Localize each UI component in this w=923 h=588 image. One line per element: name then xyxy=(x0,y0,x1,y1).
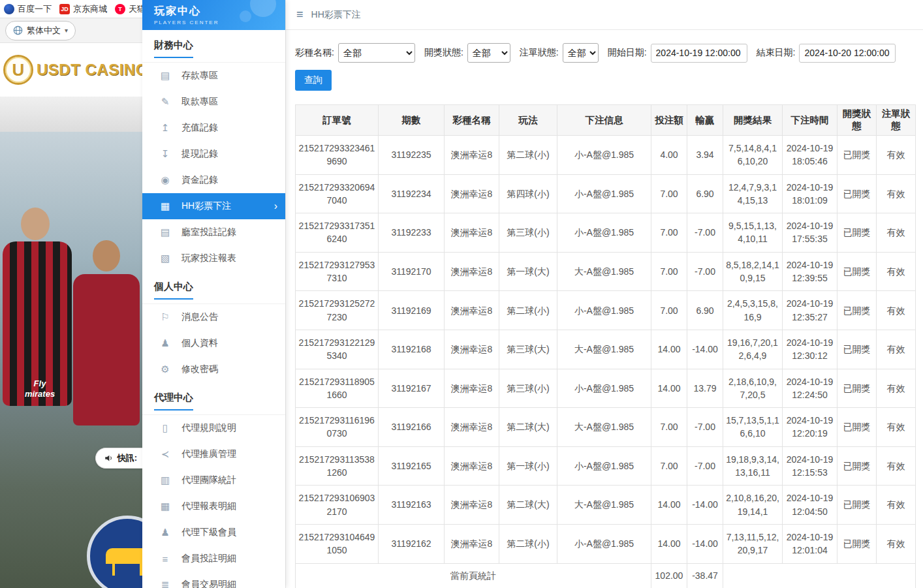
lottery-name-cell: 澳洲幸运8 xyxy=(445,446,499,486)
bookmark-item[interactable]: JD京东商城 xyxy=(59,3,107,15)
sidebar-item-member-trade-detail[interactable]: ≣會員交易明細 xyxy=(142,572,285,588)
sidebar-title: 玩家中心 xyxy=(154,5,285,18)
play-cell: 第二球(小) xyxy=(499,524,557,563)
win-loss-cell: 6.90 xyxy=(687,174,723,213)
summary-row: 當前頁統計102.00-38.47 xyxy=(296,563,916,588)
draw-status-cell: 已開獎 xyxy=(837,291,877,330)
draw-status-cell: 已開獎 xyxy=(837,330,877,369)
bet-time-cell: 2024-10-19 12:15:53 xyxy=(783,446,837,486)
bet-time-cell: 2024-10-19 12:30:12 xyxy=(783,330,837,369)
language-selector[interactable]: 繁体中文 ▾ xyxy=(5,21,76,40)
end-date-input[interactable] xyxy=(799,44,896,63)
table-row: 215217293113538126031192165澳洲幸运8第一球(小)小-… xyxy=(296,446,916,486)
lottery-name-cell: 澳洲幸运8 xyxy=(445,524,499,563)
sidebar-item-label: 會員交易明細 xyxy=(181,579,236,588)
order-no-cell: 2152172933234619690 xyxy=(296,136,379,175)
bookmarks-bar: 百度一下JD京东商城T天猫 xyxy=(0,0,142,18)
ticker-label: 快訊: xyxy=(117,452,137,464)
bet-time-cell: 2024-10-19 12:35:27 xyxy=(783,291,837,330)
sidebar-item-label: 廳室投註記錄 xyxy=(181,226,236,238)
table-row: 215217293116196073031192166澳洲幸运8第二球(大)大-… xyxy=(296,408,916,447)
sidebar-subtitle: PLAYERS CENTER xyxy=(154,20,285,25)
bet-info-cell: 小-A盤@1.985 xyxy=(557,174,651,213)
order-status-cell: 有效 xyxy=(877,330,916,369)
play-cell: 第三球(小) xyxy=(499,213,557,253)
bet-time-cell: 2024-10-19 12:24:50 xyxy=(783,369,837,408)
column-header: 開獎狀態 xyxy=(837,105,877,136)
sidebar-item-label: 提現記錄 xyxy=(181,148,218,160)
sidebar: 玩家中心 PLAYERS CENTER 財務中心▤存款專區✎取款專區↥充值記錄↧… xyxy=(142,0,285,588)
filter-bar: 彩種名稱: 全部 開獎狀態: 全部 注單狀態: 全部 開始日期: 結束日期: xyxy=(286,30,923,63)
sidebar-item-sub-members[interactable]: ♟代理下級會員 xyxy=(142,519,285,546)
sidebar-item-label: 取款專區 xyxy=(181,96,218,108)
sidebar-item-share[interactable]: ≺代理推廣管理 xyxy=(142,441,285,467)
sidebar-item-funds-record[interactable]: ◉資金記錄 xyxy=(142,167,285,193)
order-status-cell: 有效 xyxy=(877,291,916,330)
win-loss-cell: -7.00 xyxy=(687,213,723,253)
start-date-input[interactable] xyxy=(651,44,747,63)
photo-player-right-head xyxy=(93,240,120,271)
order-no-cell: 2152172931161960730 xyxy=(296,408,379,447)
start-date-label: 開始日期: xyxy=(608,47,647,59)
bookmark-item[interactable]: 百度一下 xyxy=(4,3,52,15)
sidebar-item-cashout-record[interactable]: ↧提現記錄 xyxy=(142,141,285,167)
query-button[interactable]: 查詢 xyxy=(295,70,332,91)
shirt-sponsor-text: Fly mirates xyxy=(18,379,61,399)
play-cell: 第一球(大) xyxy=(499,252,557,291)
chevron-right-icon: › xyxy=(274,200,277,212)
draw-status-cell: 已開獎 xyxy=(837,174,877,213)
period-cell: 31192162 xyxy=(379,524,445,563)
sidebar-item-doc[interactable]: ▯代理規則說明 xyxy=(142,415,285,441)
order-status-filter-label: 注單狀態: xyxy=(520,47,559,59)
bet-info-cell: 大-A盤@1.985 xyxy=(557,252,651,291)
sidebar-item-recharge-record[interactable]: ↥充值記錄 xyxy=(142,115,285,141)
sidebar-item-agent-report[interactable]: ▦代理報表明細 xyxy=(142,493,285,519)
lottery-name-cell: 澳洲幸运8 xyxy=(445,408,499,447)
caret-down-icon: ▾ xyxy=(65,27,68,34)
site-logo[interactable]: U USDT CASINO xyxy=(0,43,142,97)
sidebar-item-member-bet-detail[interactable]: ≡會員投註明細 xyxy=(142,546,285,572)
table-row: 215217293118905166031192167澳洲幸运8第三球(小)小-… xyxy=(296,369,916,408)
draw-result-cell: 2,4,5,3,15,8,16,9 xyxy=(723,291,783,330)
sidebar-item-team-stats[interactable]: ▥代理團隊統計 xyxy=(142,467,285,493)
win-loss-cell: -14.00 xyxy=(687,524,723,563)
draw-result-cell: 12,4,7,9,3,14,15,13 xyxy=(723,174,783,213)
warriors-logo xyxy=(87,516,142,588)
bookmark-item[interactable]: T天猫 xyxy=(115,3,142,15)
table-row: 215217293317351624031192233澳洲幸运8第三球(小)小-… xyxy=(296,213,916,253)
draw-status-select[interactable]: 全部 xyxy=(467,43,510,63)
bet-amount-cell: 14.00 xyxy=(651,330,687,369)
deposit-icon: ▤ xyxy=(159,70,171,82)
column-header: 訂單號 xyxy=(296,105,379,136)
bet-info-cell: 大-A盤@1.985 xyxy=(557,408,651,447)
bets-table: 訂單號期數彩種名稱玩法下注信息投注額輸贏開獎結果下注時間開獎狀態注單狀態 215… xyxy=(295,104,916,588)
play-cell: 第三球(大) xyxy=(499,330,557,369)
news-ticker[interactable]: 快訊: xyxy=(95,448,142,469)
sidebar-item-deposit[interactable]: ▤存款專區 xyxy=(142,63,285,89)
draw-status-cell: 已開獎 xyxy=(837,486,877,525)
sidebar-section-title: 個人中心 xyxy=(142,281,285,304)
bet-info-cell: 小-A盤@1.985 xyxy=(557,446,651,486)
column-header: 玩法 xyxy=(499,105,557,136)
menu-toggle-icon[interactable]: ≡ xyxy=(296,8,304,22)
draw-result-cell: 19,18,9,3,14,13,16,11 xyxy=(723,446,783,486)
bet-info-cell: 小-A盤@1.985 xyxy=(557,524,651,563)
sidebar-item-user[interactable]: ♟個人資料 xyxy=(142,330,285,356)
sidebar-item-label: 代理團隊統計 xyxy=(181,474,236,486)
lottery-select[interactable]: 全部 xyxy=(338,43,415,63)
lottery-name-cell: 澳洲幸运8 xyxy=(445,174,499,213)
language-row: 繁体中文 ▾ xyxy=(0,18,142,43)
sidebar-item-lottery-bet[interactable]: ▦HH彩票下注› xyxy=(142,193,285,219)
member-bet-detail-icon: ≡ xyxy=(159,553,171,565)
draw-result-cell: 2,18,6,10,9,7,20,5 xyxy=(723,369,783,408)
sidebar-item-withdraw[interactable]: ✎取款專區 xyxy=(142,89,285,115)
period-cell: 31192235 xyxy=(379,136,445,175)
sidebar-item-gear[interactable]: ⚙修改密碼 xyxy=(142,356,285,382)
period-cell: 31192167 xyxy=(379,369,445,408)
order-status-select[interactable]: 全部 xyxy=(563,43,599,63)
sidebar-item-bet-report[interactable]: ▧玩家投注報表 xyxy=(142,245,285,271)
sidebar-item-bell[interactable]: ⚐消息公告 xyxy=(142,304,285,330)
period-cell: 31192233 xyxy=(379,213,445,253)
sidebar-item-hall-bet-record[interactable]: ▤廳室投註記錄 xyxy=(142,219,285,245)
lottery-name-cell: 澳洲幸运8 xyxy=(445,330,499,369)
